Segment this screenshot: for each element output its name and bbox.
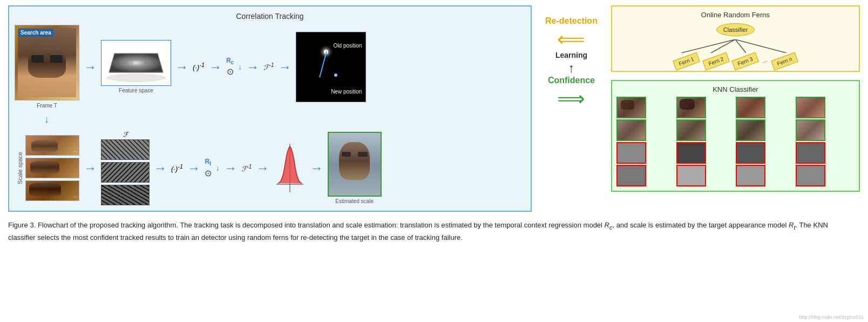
feat-stack xyxy=(101,139,150,205)
knn-cell-3 xyxy=(736,97,765,118)
fern-nodes: Fern 1 Fern 2 Fern 3 ··· Fern n xyxy=(674,56,798,66)
confidence-arrow: ⟹ xyxy=(557,88,585,110)
scale-stack: ··· ··· xyxy=(25,135,79,201)
knn-cell-12 xyxy=(796,142,825,164)
inverse-operator: (·)-1 xyxy=(193,62,205,71)
scale-space-label: Scale space xyxy=(15,152,23,184)
arrow-inv-to-odot: → xyxy=(209,59,222,75)
knn-cell-10 xyxy=(676,142,706,164)
svg-marker-2 xyxy=(109,53,163,72)
arrow-gauss-to-estimated: → xyxy=(310,160,323,176)
right-panel: Online Random Ferns Classifier Fern 1 F xyxy=(611,5,860,192)
odot-symbol: ⊙ xyxy=(227,66,234,77)
scale-img-3: ··· xyxy=(25,180,79,201)
fern-node-3: Fern 3 xyxy=(732,52,760,71)
svg-line-9 xyxy=(681,39,735,53)
correlation-title: Correlation Tracking xyxy=(15,12,525,21)
arrow-feature-to-inv: → xyxy=(175,59,188,75)
f-symbol-scale: ℱ xyxy=(123,131,128,138)
scale-img-2 xyxy=(25,158,79,178)
feature-space-container: Feature space xyxy=(101,40,171,93)
svg-line-10 xyxy=(711,39,735,53)
new-position-dot xyxy=(334,73,337,77)
redetection-container: Re-detection ⟸ xyxy=(545,16,598,51)
position-map-container: Old position New position xyxy=(296,32,366,102)
redetection-arrow: ⟸ xyxy=(557,28,585,51)
vertical-connector: ↓ xyxy=(15,114,525,125)
arrow-finv2-to-gauss: → xyxy=(256,160,269,176)
feature-svg xyxy=(104,43,168,83)
tracking-rows: Search area Frame T → xyxy=(15,25,525,205)
svg-point-0 xyxy=(106,73,166,82)
inverse-operator-scale: (·)-1 xyxy=(171,163,183,173)
rc-odot-container: Rc ⊙ xyxy=(226,57,234,77)
scale-dots-2: ··· xyxy=(73,194,77,199)
knn-cell-16 xyxy=(796,165,825,186)
estimated-scale-box xyxy=(328,132,382,197)
knn-cell-2 xyxy=(676,97,706,118)
learning-arrow: ↑ xyxy=(568,61,574,76)
arrow-odot2-to-finv2: → xyxy=(224,160,237,176)
learning-container: Learning ↑ xyxy=(555,51,587,76)
arrow-frame-to-feature: → xyxy=(84,59,97,75)
confidence-label: Confidence xyxy=(548,76,595,85)
fern-ellipsis: ··· xyxy=(761,57,769,66)
estimated-scale-container: Estimated scale xyxy=(328,132,382,204)
position-map: Old position New position xyxy=(296,32,366,102)
knn-cell-4 xyxy=(796,97,825,118)
feat-img-3 xyxy=(101,185,150,205)
frame-image: Search area xyxy=(15,25,79,100)
classifier-node: Classifier xyxy=(716,23,755,36)
arrow-inv2-to-odot2: → xyxy=(187,160,200,176)
knn-cell-11 xyxy=(736,142,765,164)
feat-img-1 xyxy=(101,139,150,160)
orf-box: Online Random Ferns Classifier Fern 1 F xyxy=(611,5,860,72)
inverse-symbol: (·)-1 xyxy=(193,62,205,71)
position-line xyxy=(319,51,327,78)
search-area-label: Search area xyxy=(18,29,53,37)
fern-tree: Classifier Fern 1 Fern 2 Fern 3 ··· xyxy=(616,23,855,66)
old-position-label: Old position xyxy=(334,43,362,49)
rt-arrow-down: ↓ xyxy=(216,164,220,172)
knn-cell-1 xyxy=(616,97,646,118)
top-section: Correlation Tracking xyxy=(8,5,860,212)
arrow-odot-to-finv: → xyxy=(246,59,259,75)
frame-container: Search area Frame T xyxy=(15,25,79,109)
frame-label: Frame T xyxy=(37,103,57,109)
gaussian-svg xyxy=(274,141,306,195)
knn-box: KNN Classifier xyxy=(611,80,860,192)
knn-cell-8 xyxy=(796,119,825,141)
gaussian-container xyxy=(274,141,306,195)
knn-grid xyxy=(616,97,855,186)
new-position-label: New position xyxy=(331,89,362,95)
knn-title: KNN Classifier xyxy=(616,85,855,93)
down-arrow: ↓ xyxy=(44,114,49,125)
knn-cell-15 xyxy=(736,165,765,186)
redetection-label: Re-detection xyxy=(545,16,598,26)
finv-symbol: ℱ-1 xyxy=(263,62,274,71)
knn-cell-14 xyxy=(676,165,706,186)
main-container: Correlation Tracking xyxy=(0,0,868,252)
translation-row: Search area Frame T → xyxy=(15,25,525,109)
estimated-scale-label: Estimated scale xyxy=(335,198,374,204)
knn-cell-7 xyxy=(736,119,765,141)
feature-visual xyxy=(104,43,168,83)
rt-label: Rt xyxy=(205,158,211,166)
orf-title: Online Random Ferns xyxy=(616,11,855,19)
finv-symbol-scale: ℱ-1 xyxy=(241,163,252,173)
middle-arrows: Re-detection ⟸ Learning ↑ Confidence ⟹ xyxy=(542,5,600,121)
knn-cell-6 xyxy=(676,119,706,141)
tree-lines-svg xyxy=(670,39,800,53)
feat-img-2 xyxy=(101,162,150,183)
scale-space-container: Scale space ··· xyxy=(15,135,79,201)
arrow-scale-to-feat: → xyxy=(84,160,97,176)
knn-cell-5 xyxy=(616,119,646,141)
feature-box xyxy=(101,40,171,86)
inverse-symbol-scale: (·)-1 xyxy=(171,163,183,173)
knn-cell-9 xyxy=(616,142,646,164)
fern-node-n: Fern n xyxy=(771,52,799,71)
caption-text: Figure 3. Flowchart of the proposed trac… xyxy=(8,221,828,242)
rt-odot-container: Rt ⊙ xyxy=(205,158,212,178)
fern-node-1: Fern 1 xyxy=(673,52,700,71)
scale-feature-container: ℱ xyxy=(101,131,150,205)
